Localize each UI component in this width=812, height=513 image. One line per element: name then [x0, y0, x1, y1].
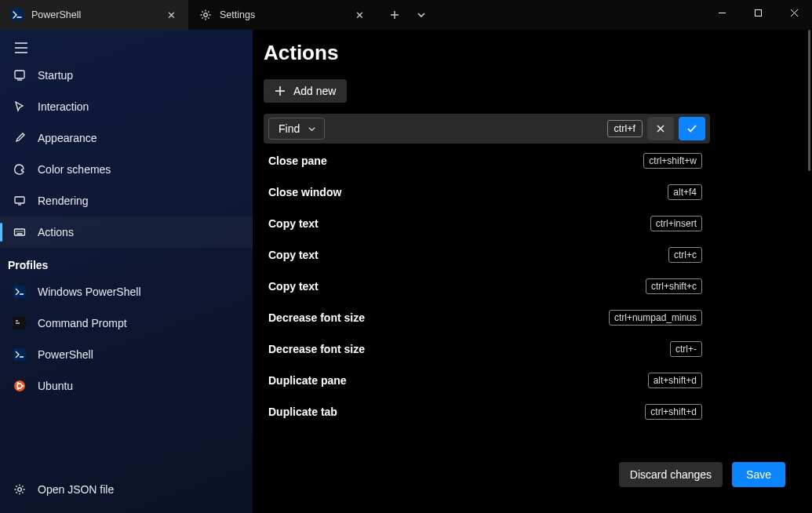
cmd-icon [13, 316, 27, 330]
action-edit-row: Find ctrl+f [264, 114, 710, 144]
new-tab-button[interactable] [381, 3, 408, 27]
sidebar-item-interaction[interactable]: Interaction [0, 91, 253, 122]
action-label: Copy text [268, 217, 319, 230]
powershell-icon [13, 347, 27, 362]
svg-rect-6 [13, 286, 26, 298]
sidebar-item-appearance[interactable]: Appearance [0, 122, 253, 154]
discard-button[interactable]: Discard changes [619, 462, 723, 487]
action-label: Decrease font size [268, 311, 365, 324]
svg-point-12 [17, 382, 20, 384]
ubuntu-icon [13, 379, 27, 393]
action-row[interactable]: Close windowalt+f4 [264, 176, 710, 208]
sidebar-item-color-schemes[interactable]: Color schemes [0, 154, 253, 185]
action-row[interactable]: Copy textctrl+c [264, 239, 710, 271]
svg-rect-0 [11, 9, 24, 21]
powershell-icon [11, 9, 24, 21]
action-row[interactable]: Copy textctrl+shift+c [264, 271, 710, 302]
settings-sidebar: Startup Interaction Appearance Color sch… [0, 30, 253, 513]
gear-icon [199, 9, 212, 21]
action-label: Copy text [268, 280, 319, 293]
sidebar-item-label: Appearance [38, 132, 97, 144]
shortcut-input[interactable]: ctrl+f [607, 120, 643, 137]
svg-rect-8 [13, 348, 26, 361]
cancel-edit-button[interactable] [647, 117, 674, 140]
action-row[interactable]: Decrease font sizectrl+numpad_minus [264, 302, 710, 333]
sidebar-item-label: PowerShell [38, 348, 93, 361]
titlebar: PowerShell ✕ Settings ✕ [0, 0, 812, 30]
svg-point-14 [18, 488, 22, 492]
brush-icon [13, 131, 27, 145]
svg-rect-2 [755, 9, 761, 16]
action-row[interactable]: Duplicate tabctrl+shift+d [264, 396, 710, 428]
sidebar-item-label: Command Prompt [38, 317, 127, 329]
close-icon[interactable]: ✕ [165, 9, 177, 21]
sidebar-item-actions[interactable]: Actions [0, 216, 253, 248]
sidebar-profile-ubuntu[interactable]: Ubuntu [0, 370, 253, 402]
hamburger-button[interactable] [0, 30, 253, 60]
sidebar-item-label: Open JSON file [38, 483, 114, 496]
action-shortcut: ctrl+c [668, 247, 702, 263]
sidebar-item-label: Interaction [38, 100, 89, 113]
keyboard-icon [13, 225, 27, 239]
action-shortcut: alt+shift+d [648, 373, 702, 388]
sidebar-item-label: Startup [38, 69, 73, 82]
minimize-button[interactable] [704, 0, 740, 25]
action-row[interactable]: Close panectrl+shift+w [264, 145, 710, 176]
cursor-icon [13, 100, 27, 114]
action-shortcut: ctrl+shift+d [645, 404, 702, 420]
sidebar-item-label: Actions [38, 226, 74, 238]
add-new-label: Add new [293, 85, 336, 97]
action-shortcut: alt+f4 [668, 184, 702, 200]
accept-edit-button[interactable] [679, 117, 705, 140]
svg-rect-3 [15, 71, 24, 78]
close-window-button[interactable] [776, 0, 812, 25]
startup-icon [13, 68, 27, 82]
action-label: Decrease font size [268, 343, 365, 355]
tab-settings[interactable]: Settings ✕ [188, 0, 377, 30]
gear-icon [13, 482, 27, 497]
svg-rect-5 [15, 229, 25, 235]
action-label: Copy text [268, 249, 319, 261]
action-shortcut: ctrl+numpad_minus [609, 310, 702, 326]
svg-point-1 [204, 13, 208, 17]
add-new-button[interactable]: Add new [264, 79, 347, 103]
sidebar-profile-powershell[interactable]: PowerShell [0, 339, 253, 370]
action-row[interactable]: Copy textctrl+insert [264, 208, 710, 239]
sidebar-item-label: Ubuntu [38, 380, 73, 392]
dropdown-value: Find [279, 122, 300, 135]
page-title: Actions [253, 30, 812, 79]
action-shortcut: ctrl+shift+w [643, 153, 702, 169]
svg-point-13 [17, 387, 20, 390]
sidebar-item-rendering[interactable]: Rendering [0, 185, 253, 216]
svg-rect-4 [15, 197, 24, 203]
action-dropdown[interactable]: Find [268, 118, 325, 140]
footer: Discard changes Save [253, 457, 812, 513]
action-shortcut: ctrl+insert [650, 216, 702, 231]
powershell-icon [13, 285, 27, 299]
tab-label: PowerShell [31, 9, 157, 20]
save-button[interactable]: Save [732, 462, 785, 487]
action-shortcut: ctrl+- [670, 341, 702, 357]
action-label: Close window [268, 186, 341, 198]
sidebar-profile-windows-powershell[interactable]: Windows PowerShell [0, 276, 253, 307]
tab-dropdown-button[interactable] [408, 3, 435, 27]
close-icon[interactable]: ✕ [353, 9, 366, 21]
sidebar-item-label: Rendering [38, 195, 89, 207]
action-label: Close pane [268, 155, 327, 167]
maximize-button[interactable] [740, 0, 776, 25]
action-label: Duplicate pane [268, 374, 347, 387]
tab-powershell[interactable]: PowerShell ✕ [0, 0, 188, 30]
profiles-header: Profiles [0, 248, 253, 276]
action-row[interactable]: Decrease font sizectrl+- [264, 333, 710, 365]
sidebar-item-startup[interactable]: Startup [0, 60, 253, 91]
tab-label: Settings [220, 9, 345, 20]
sidebar-profile-command-prompt[interactable]: Command Prompt [0, 307, 253, 339]
settings-main: Actions Add new Find ctrl+f Close panec [253, 30, 812, 513]
open-json-button[interactable]: Open JSON file [0, 474, 253, 505]
action-shortcut: ctrl+shift+c [646, 278, 702, 294]
sidebar-item-label: Color schemes [38, 163, 111, 176]
action-row[interactable]: Duplicate panealt+shift+d [264, 365, 710, 396]
monitor-icon [13, 194, 27, 208]
sidebar-item-label: Windows PowerShell [38, 286, 141, 298]
svg-point-11 [22, 385, 24, 387]
